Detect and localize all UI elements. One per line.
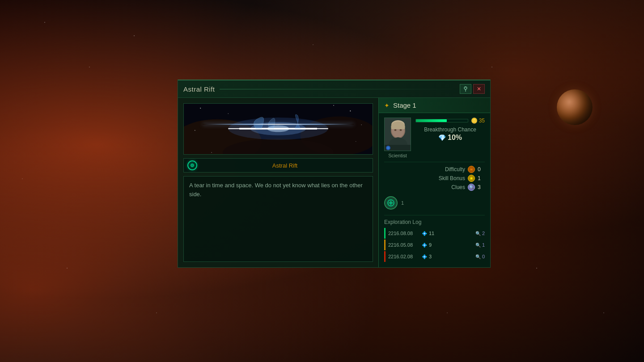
progress-row: 🪙 35 [415,118,485,124]
explore-section: 1 [384,194,485,211]
search-icon-1: 🔍 [475,231,481,236]
explore-svg [387,199,395,207]
log-date-1: 2216.08.08 [388,231,419,236]
resource-icon-2: 💠 [421,242,428,248]
svg-point-14 [350,110,351,111]
pin-button[interactable] [460,84,471,94]
log-entry-3: 2216.02.08 💠 3 🔍 0 [384,251,485,262]
svg-point-13 [228,114,229,114]
difficulty-label: Difficulty [384,166,465,173]
resource-icon-1: 💠 [421,230,428,236]
difficulty-value: 0 [478,166,485,173]
rift-svg [184,104,373,154]
right-panel: ✦ Stage 1 [378,98,490,267]
skill-icon: ★ [468,175,475,182]
progress-bar-fill [416,119,447,122]
svg-point-2 [465,87,466,88]
stage-content: Scientist 🪙 35 [379,113,490,267]
description-box: A tear in time and space. We do not yet … [183,176,373,262]
progress-value: 🪙 35 [471,118,485,124]
gem-icon: 💎 [438,134,446,141]
exploration-log: Exploration Log 2216.08.08 💠 11 🔍 2 [384,215,485,263]
anomaly-bar: Astral Rift [183,158,373,173]
progress-number: 35 [479,118,485,124]
title-line [220,89,455,89]
log-search-1: 🔍 2 [475,231,485,236]
anomaly-image [183,103,373,155]
stage-title: Stage 1 [393,101,416,109]
clues-label: Clues [384,184,465,190]
log-date-2: 2216.05.08 [388,242,419,248]
resource-val-2: 9 [429,242,432,248]
search-icon-2: 🔍 [475,243,481,248]
stats-section: Difficulty − 0 Skill Bonus ★ 1 [384,162,485,191]
difficulty-icon: − [468,166,475,173]
scientist-section: Scientist 🪙 35 [384,118,485,158]
dialog-body: Astral Rift A tear in time and space. We… [178,98,490,267]
title-buttons: ✕ [460,84,485,94]
log-title: Exploration Log [384,219,485,225]
svg-point-19 [333,105,334,106]
log-date-3: 2216.02.08 [388,254,419,259]
progress-bar-background [415,119,468,122]
svg-point-17 [356,141,356,142]
log-search-3: 🔍 0 [475,254,485,259]
breakthrough-percent: 10% [448,134,462,142]
breakthrough-label: Breakthrough Chance [415,126,485,133]
log-entry-2: 2216.05.08 💠 9 🔍 1 [384,240,485,250]
description-text: A tear in time and space. We do not yet … [189,181,367,198]
scientist-stats: 🪙 35 Breakthrough Chance 💎 10% [415,118,485,142]
svg-point-18 [211,152,212,153]
skill-bonus-value: 1 [478,175,485,181]
log-stat-2: 💠 9 [421,242,432,248]
pin-icon [462,86,469,92]
left-panel: Astral Rift A tear in time and space. We… [178,98,378,267]
svg-point-16 [195,130,195,131]
dialog-title: Astral Rift [183,85,215,93]
skill-bonus-row: Skill Bonus ★ 1 [384,175,485,182]
resource-val-1: 11 [429,231,434,236]
clues-val-3: 0 [482,254,485,259]
main-dialog: Astral Rift ✕ [178,80,491,268]
scientist-label: Scientist [388,153,407,158]
anomaly-circle-inner [191,164,194,167]
stage-header: ✦ Stage 1 [379,98,490,113]
scientist-portrait-svg [385,118,411,151]
stage-icon: ✦ [384,102,390,109]
svg-point-15 [361,124,361,125]
log-search-2: 🔍 1 [475,242,485,248]
svg-point-25 [400,129,402,131]
search-icon-3: 🔍 [475,254,481,259]
svg-point-12 [200,108,201,109]
breakthrough-value: 💎 10% [415,134,485,142]
resource-icon-3: 💠 [421,253,428,260]
clues-val-2: 1 [482,242,485,248]
explore-number: 1 [401,200,404,206]
clues-row: Clues 🔍 3 [384,184,485,191]
resource-val-3: 3 [429,254,432,259]
svg-point-28 [387,147,390,149]
planet-decoration [557,89,593,125]
close-button[interactable]: ✕ [473,84,485,94]
log-stat-1: 💠 11 [421,230,434,236]
log-stat-3: 💠 3 [421,253,432,260]
skill-bonus-label: Skill Bonus [384,175,465,181]
clues-value: 3 [478,184,485,190]
clues-val-1: 2 [482,231,485,236]
clues-icon: 🔍 [468,184,475,191]
log-entry-1: 2216.08.08 💠 11 🔍 2 [384,228,485,239]
coin-icon: 🪙 [471,118,478,124]
anomaly-name-label: Astral Rift [201,162,369,169]
difficulty-row: Difficulty − 0 [384,166,485,173]
explore-icon [384,196,398,210]
anomaly-status-circle [187,160,197,170]
svg-point-24 [394,129,397,131]
scientist-portrait [384,118,411,151]
dialog-title-bar: Astral Rift ✕ [178,80,490,98]
